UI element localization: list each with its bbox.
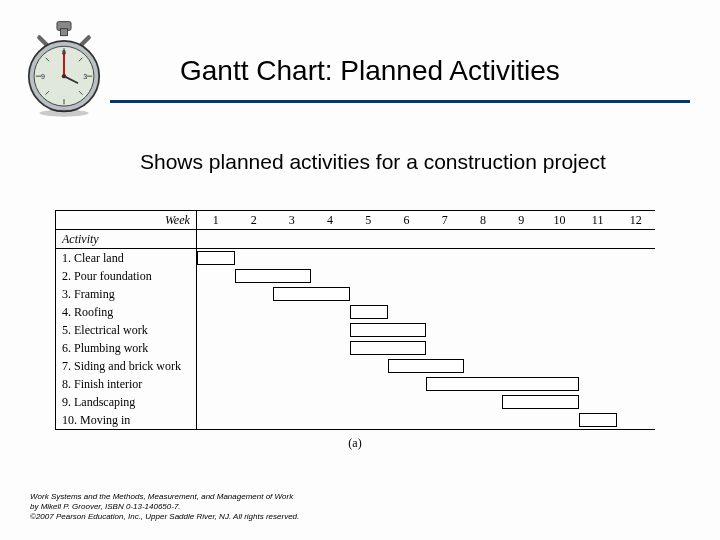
gantt-track <box>196 375 655 393</box>
gantt-bar <box>197 251 235 265</box>
activity-name: 2. Pour foundation <box>56 267 197 285</box>
activity-name: 6. Plumbing work <box>56 339 197 357</box>
week-label: Week <box>56 211 197 230</box>
copyright-footer: Work Systems and the Methods, Measuremen… <box>30 492 299 522</box>
gantt-row: 10. Moving in <box>56 411 656 430</box>
week-8: 8 <box>464 211 502 230</box>
page-title: Gantt Chart: Planned Activities <box>180 55 560 87</box>
gantt-bar <box>426 377 579 391</box>
gantt-bar <box>350 341 426 355</box>
gantt-track <box>196 321 655 339</box>
svg-point-20 <box>39 110 88 117</box>
footer-line-1: Work Systems and the Methods, Measuremen… <box>30 492 299 502</box>
gantt-row: 3. Framing <box>56 285 656 303</box>
gantt-table: Week 1 2 3 4 5 6 7 8 9 10 11 12 Activity… <box>55 210 655 430</box>
gantt-header-activity: Activity <box>56 230 656 249</box>
gantt-track <box>196 303 655 321</box>
header: 0 9 3 Gantt Chart: Planned Activities <box>0 0 720 110</box>
subtitle: Shows planned activities for a construct… <box>140 150 606 174</box>
gantt-row: 5. Electrical work <box>56 321 656 339</box>
activity-name: 5. Electrical work <box>56 321 197 339</box>
week-9: 9 <box>502 211 540 230</box>
gantt-row: 1. Clear land <box>56 249 656 268</box>
activity-name: 1. Clear land <box>56 249 197 268</box>
week-10: 10 <box>540 211 578 230</box>
gantt-track <box>196 411 655 430</box>
gantt-header-weeks: Week 1 2 3 4 5 6 7 8 9 10 11 12 <box>56 211 656 230</box>
week-7: 7 <box>426 211 464 230</box>
activity-name: 3. Framing <box>56 285 197 303</box>
week-11: 11 <box>579 211 617 230</box>
gantt-bar <box>350 305 388 319</box>
gantt-track <box>196 285 655 303</box>
activity-name: 7. Siding and brick work <box>56 357 197 375</box>
gantt-track <box>196 357 655 375</box>
activity-name: 9. Landscaping <box>56 393 197 411</box>
gantt-row: 9. Landscaping <box>56 393 656 411</box>
slide: 0 9 3 Gantt Chart: Planned Activities Sh… <box>0 0 720 540</box>
activity-name: 4. Roofing <box>56 303 197 321</box>
svg-text:3: 3 <box>83 73 87 80</box>
gantt-track <box>196 339 655 357</box>
week-5: 5 <box>349 211 387 230</box>
week-3: 3 <box>273 211 311 230</box>
gantt-row: 7. Siding and brick work <box>56 357 656 375</box>
gantt-row: 6. Plumbing work <box>56 339 656 357</box>
week-6: 6 <box>387 211 425 230</box>
footer-line-3: ©2007 Pearson Education, Inc., Upper Sad… <box>30 512 299 522</box>
gantt-track <box>196 267 655 285</box>
gantt-bar <box>502 395 578 409</box>
svg-rect-1 <box>60 29 67 36</box>
gantt-track <box>196 393 655 411</box>
footer-line-2: by Mikell P. Groover, ISBN 0-13-140650-7… <box>30 502 299 512</box>
gantt-bar <box>350 323 426 337</box>
activity-name: 10. Moving in <box>56 411 197 430</box>
week-2: 2 <box>235 211 273 230</box>
gantt-chart: Week 1 2 3 4 5 6 7 8 9 10 11 12 Activity… <box>55 210 655 451</box>
gantt-row: 8. Finish interior <box>56 375 656 393</box>
activity-label: Activity <box>56 230 197 249</box>
stopwatch-icon: 0 9 3 <box>20 20 108 120</box>
title-underline <box>110 100 690 103</box>
gantt-track <box>196 249 655 268</box>
gantt-bar <box>235 269 311 283</box>
week-4: 4 <box>311 211 349 230</box>
svg-text:9: 9 <box>41 73 45 80</box>
chart-caption: (a) <box>55 436 655 451</box>
gantt-row: 4. Roofing <box>56 303 656 321</box>
gantt-row: 2. Pour foundation <box>56 267 656 285</box>
gantt-bar <box>388 359 464 373</box>
week-1: 1 <box>196 211 234 230</box>
gantt-bar <box>273 287 349 301</box>
gantt-bar <box>579 413 617 427</box>
week-12: 12 <box>617 211 655 230</box>
activity-name: 8. Finish interior <box>56 375 197 393</box>
